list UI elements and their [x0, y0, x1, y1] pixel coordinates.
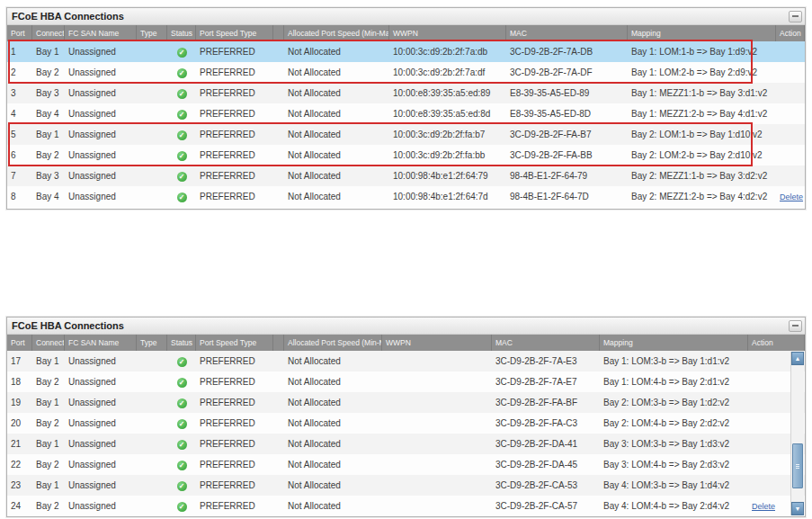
cell-mac: 3C-D9-2B-2F-FA-C3 [492, 418, 600, 428]
fcoe-hba-connections-panel-bottom: FCoE HBA Connections PortConnectionFC SA… [6, 317, 806, 517]
column-header-connection[interactable]: Connection [32, 335, 65, 351]
column-header-type[interactable]: Type [137, 25, 167, 41]
table-row-port-5[interactable]: 5Bay 1Unassigned✓PREFERREDNot Allocated1… [7, 124, 805, 145]
table-row-port-8[interactable]: 8Bay 4Unassigned✓PREFERREDNot Allocated1… [7, 186, 805, 207]
cell-port: 7 [7, 171, 32, 181]
cell-mac: 3C-D9-2B-2F-7A-DB [506, 47, 628, 57]
status-ok-icon: ✓ [177, 110, 187, 120]
table-row-port-20[interactable]: 20Bay 2Unassigned✓PREFERREDNot Allocated… [7, 413, 805, 434]
cell-port-speed-type: PREFERRED [196, 192, 273, 201]
table-row-port-2[interactable]: 2Bay 2Unassigned✓PREFERREDNot Allocated1… [7, 62, 805, 83]
cell-mac: E8-39-35-A5-ED-8D [506, 109, 628, 119]
column-header-spacer [273, 335, 284, 351]
status-ok-icon: ✓ [177, 440, 187, 450]
cell-port: 3 [7, 88, 32, 98]
cell-port-speed-type: PREFERRED [196, 88, 273, 98]
cell-status: ✓ [167, 192, 196, 202]
cell-port-speed-type: PREFERRED [196, 460, 273, 470]
column-header-fc-san-name[interactable]: FC SAN Name [65, 335, 137, 351]
cell-mapping: Bay 1: MEZZ1:1-b => Bay 3:d1:v2 [628, 88, 776, 98]
cell-action: Delete [776, 192, 805, 201]
column-header-mac[interactable]: MAC [506, 25, 628, 41]
status-ok-icon: ✓ [177, 357, 187, 367]
cell-port-speed-type: PREFERRED [196, 47, 273, 57]
cell-allocated-port-speed: Not Allocated [284, 460, 382, 470]
table-row-port-19[interactable]: 19Bay 1Unassigned✓PREFERREDNot Allocated… [7, 392, 805, 413]
table-row-port-21[interactable]: 21Bay 1Unassigned✓PREFERREDNot Allocated… [7, 434, 805, 454]
cell-port: 20 [7, 418, 32, 428]
column-header-port-speed-type[interactable]: Port Speed Type [196, 25, 273, 41]
minimize-button[interactable] [789, 11, 802, 22]
column-header-mapping[interactable]: Mapping [628, 25, 776, 41]
cell-connection: Bay 2 [32, 501, 65, 511]
minimize-icon [792, 15, 799, 17]
table-row-port-18[interactable]: 18Bay 2Unassigned✓PREFERREDNot Allocated… [7, 371, 805, 392]
scroll-down-button[interactable]: ▼ [791, 502, 804, 515]
cell-status: ✓ [167, 171, 196, 182]
cell-status: ✓ [167, 501, 196, 512]
header-row: PortConnectionFC SAN NameTypeStatusPort … [7, 25, 805, 41]
scroll-up-button[interactable]: ▲ [791, 352, 804, 365]
cell-fc-san-name: Unassigned [65, 192, 137, 201]
cell-port-speed-type: PREFERRED [196, 356, 273, 366]
column-header-port-speed-type[interactable]: Port Speed Type [196, 335, 273, 351]
column-header-mapping[interactable]: Mapping [600, 335, 748, 351]
table-row-port-6[interactable]: 6Bay 2Unassigned✓PREFERREDNot Allocated1… [7, 145, 805, 166]
table-row-port-22[interactable]: 22Bay 2Unassigned✓PREFERREDNot Allocated… [7, 454, 805, 475]
vertical-scrollbar[interactable]: ▲ ▼ [790, 352, 804, 515]
table-row-port-24[interactable]: 24Bay 2Unassigned✓PREFERREDNot Allocated… [7, 496, 805, 516]
scrollbar-thumb[interactable] [792, 443, 803, 488]
table-row-port-7[interactable]: 7Bay 3Unassigned✓PREFERREDNot Allocated1… [7, 166, 805, 186]
scrollbar-grip-icon [796, 466, 799, 467]
column-header-wwpn[interactable]: WWPN [389, 25, 506, 41]
scrollbar-track[interactable] [791, 365, 804, 502]
column-header-status[interactable]: Status [167, 25, 196, 41]
fcoe-hba-connections-panel-top: FCoE HBA Connections PortConnectionFC SA… [6, 7, 806, 210]
cell-mapping: Bay 3: LOM:3-b => Bay 1:d3:v2 [600, 439, 748, 449]
column-header-allocated-port-speed-min-max[interactable]: Allocated Port Speed (Min-Max) [284, 335, 382, 351]
table-row-port-1[interactable]: 1Bay 1Unassigned✓PREFERREDNot Allocated1… [7, 41, 805, 62]
column-header-action[interactable]: Action [776, 25, 805, 41]
delete-link[interactable]: Delete [752, 502, 775, 511]
column-header-port[interactable]: Port [7, 25, 32, 41]
cell-wwpn: 10:00:3c:d9:2b:2f:fa:b7 [389, 130, 506, 139]
column-header-port[interactable]: Port [7, 335, 32, 351]
table-row-port-23[interactable]: 23Bay 1Unassigned✓PREFERREDNot Allocated… [7, 475, 805, 496]
cell-port: 22 [7, 460, 32, 470]
column-header-status[interactable]: Status [167, 335, 196, 351]
cell-mapping: Bay 4: LOM:4-b => Bay 2:d4:v2 [600, 501, 748, 511]
column-header-fc-san-name[interactable]: FC SAN Name [65, 25, 137, 41]
minimize-button[interactable] [789, 320, 802, 332]
column-header-allocated-port-speed-min-max[interactable]: Allocated Port Speed (Min-Max) [284, 25, 389, 41]
table-body: 1Bay 1Unassigned✓PREFERREDNot Allocated1… [7, 41, 805, 207]
cell-fc-san-name: Unassigned [65, 418, 137, 428]
cell-connection: Bay 2 [32, 377, 65, 387]
cell-fc-san-name: Unassigned [65, 480, 137, 490]
column-header-action[interactable]: Action [748, 335, 805, 351]
table-row-port-3[interactable]: 3Bay 3Unassigned✓PREFERREDNot Allocated1… [7, 83, 805, 103]
cell-status: ✓ [167, 47, 196, 58]
cell-port: 23 [7, 480, 32, 490]
status-ok-icon: ✓ [177, 398, 187, 408]
cell-status: ✓ [167, 460, 196, 470]
panel-titlebar: FCoE HBA Connections [7, 8, 805, 25]
cell-mapping: Bay 1: LOM:2-b => Bay 2:d9:v2 [628, 67, 776, 77]
cell-connection: Bay 3 [32, 171, 65, 181]
table-row-port-4[interactable]: 4Bay 4Unassigned✓PREFERREDNot Allocated1… [7, 103, 805, 124]
status-ok-icon: ✓ [177, 130, 187, 140]
column-header-type[interactable]: Type [137, 335, 167, 351]
column-header-mac[interactable]: MAC [492, 335, 600, 351]
table-row-port-17[interactable]: 17Bay 1Unassigned✓PREFERREDNot Allocated… [7, 351, 805, 371]
column-header-connection[interactable]: Connection [32, 25, 65, 41]
cell-port: 18 [7, 377, 32, 387]
cell-connection: Bay 4 [32, 192, 65, 201]
status-ok-icon: ✓ [177, 502, 187, 512]
cell-wwpn: 10:00:3c:d9:2b:2f:7a:df [389, 67, 506, 77]
cell-allocated-port-speed: Not Allocated [284, 501, 382, 511]
delete-link[interactable]: Delete [780, 192, 803, 201]
cell-allocated-port-speed: Not Allocated [284, 171, 389, 181]
column-header-wwpn[interactable]: WWPN [382, 335, 492, 351]
cell-port-speed-type: PREFERRED [196, 171, 273, 181]
cell-mac: 3C-D9-2B-2F-7A-E3 [492, 356, 600, 366]
status-ok-icon: ✓ [177, 89, 187, 99]
